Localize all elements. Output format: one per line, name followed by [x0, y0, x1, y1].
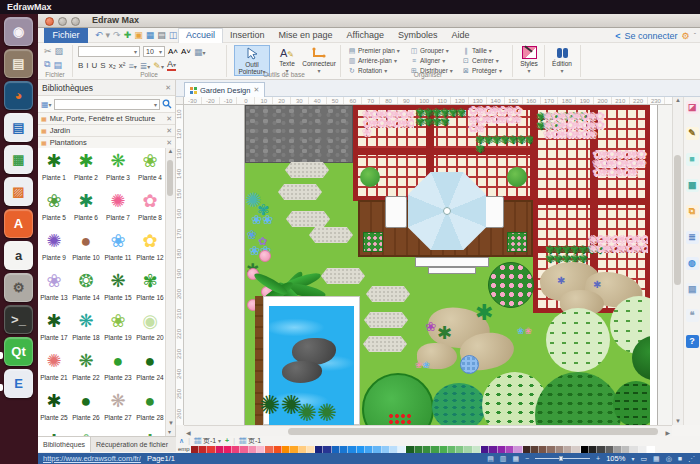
color-swatch[interactable] [216, 446, 224, 453]
plant-shape-item[interactable]: ❋ Plante 18 [70, 308, 102, 348]
view-mode-icon[interactable]: ▤ [487, 455, 494, 463]
color-swatch[interactable] [406, 446, 414, 453]
quick-access-icon[interactable]: ▦ [146, 28, 155, 43]
launcher-app-icon[interactable]: ▤ [4, 113, 33, 142]
color-swatch[interactable] [199, 446, 207, 453]
hydrangea[interactable] [460, 355, 479, 374]
quick-access-icon[interactable]: ◫ [169, 28, 178, 43]
panel-icon[interactable]: ▤ [686, 283, 699, 296]
color-swatch[interactable] [589, 446, 597, 453]
color-swatch[interactable] [265, 446, 273, 453]
close-section-icon[interactable]: ✕ [166, 127, 172, 135]
close-tab-icon[interactable]: ✕ [253, 86, 259, 94]
color-swatch[interactable] [489, 446, 497, 453]
font-style-button[interactable]: S [100, 61, 105, 70]
color-swatch[interactable] [630, 446, 638, 453]
teal-leaf-bush[interactable] [432, 383, 486, 425]
stepping-stone[interactable] [286, 211, 330, 227]
organiser-command[interactable]: ∥ Taille ▾ [462, 46, 510, 55]
panel-icon[interactable]: ■ [686, 153, 699, 166]
color-swatch[interactable] [498, 446, 506, 453]
plant-shape-item[interactable]: ❀ Plante 11 [102, 228, 134, 268]
scroll-up-icon[interactable]: ▲ [166, 148, 175, 154]
color-swatch[interactable] [440, 446, 448, 453]
panel-icon[interactable]: ◍ [686, 257, 699, 270]
launcher-app-icon[interactable]: ⚙ [4, 273, 33, 302]
launcher-app-icon[interactable]: ▦ [4, 145, 33, 174]
launcher-app-icon[interactable]: Qt [4, 337, 33, 366]
collapse-ribbon-icon[interactable]: ˆ [694, 32, 696, 39]
color-swatch[interactable] [340, 446, 348, 453]
organiser-command[interactable]: ◫ Grouper ▾ [410, 46, 462, 55]
font-style-button[interactable]: I [86, 61, 88, 70]
vertical-scrollbar[interactable]: ▲ ▼ [672, 97, 683, 425]
color-swatch[interactable] [373, 446, 381, 453]
color-swatch[interactable] [415, 446, 423, 453]
small-flowers[interactable]: ❀❀ [517, 321, 532, 341]
library-scrollbar[interactable]: ▲ ▼ ▾ [165, 148, 175, 436]
color-swatch[interactable] [464, 446, 472, 453]
leafy-bush-dark[interactable] [613, 381, 650, 425]
cut-icon[interactable]: ✂ [44, 46, 52, 56]
stepping-stone[interactable] [364, 312, 408, 328]
search-input[interactable]: ▾ [54, 99, 160, 110]
color-swatch[interactable] [448, 446, 456, 453]
plant-shape-item[interactable]: ❂ Plante 14 [70, 268, 102, 308]
zoom-out-icon[interactable]: − [525, 455, 529, 462]
highlight-icon[interactable]: ✎▾ [153, 61, 164, 71]
scroll-thumb[interactable] [167, 160, 173, 196]
font-size-select[interactable]: 10▾ [143, 46, 165, 57]
stepping-stone[interactable] [366, 286, 410, 302]
color-swatch[interactable] [539, 446, 547, 453]
scroll-up-icon[interactable]: ▲ [673, 97, 683, 103]
color-swatch[interactable] [456, 446, 464, 453]
plant-shape-item[interactable]: ✾ Plante 16 [134, 268, 166, 308]
close-section-icon[interactable]: ✕ [166, 139, 172, 147]
organiser-command[interactable]: ⊡ Centrer ▾ [462, 56, 510, 65]
color-swatch[interactable] [249, 446, 257, 453]
launcher-app-icon[interactable]: E [4, 369, 33, 398]
horizontal-scrollbar[interactable]: ◀ ▶ [184, 425, 672, 436]
green-spiky-plant[interactable]: ✱ [437, 323, 452, 343]
plant-shape-item[interactable]: ✺ Plante 21 [38, 348, 70, 388]
plant-shape-item[interactable]: ✿ Plante 12 [134, 228, 166, 268]
quick-access-icon[interactable]: ✚ [124, 28, 132, 43]
color-swatch[interactable] [622, 446, 630, 453]
plant-shape-item[interactable]: ● Plante 24 [134, 348, 166, 388]
zoom-knob[interactable] [559, 456, 563, 461]
library-section-mur[interactable]: ▦ Mur, Porte, Fenêtre et Structure✕ [38, 112, 175, 124]
plant-shape-item[interactable]: ✱ Plante 1 [38, 148, 70, 188]
color-swatch[interactable] [423, 446, 431, 453]
color-swatch[interactable] [547, 446, 555, 453]
panel-icon[interactable]: ▦ [686, 179, 699, 192]
launcher-app-icon[interactable]: >_ [4, 305, 33, 334]
color-swatch[interactable] [323, 446, 331, 453]
plant-shape-item[interactable]: ❀ Plante 5 [38, 188, 70, 228]
green-spiky-plant[interactable]: ✱ [475, 303, 493, 323]
organiser-command[interactable]: ▥ Arrière-plan ▾ [348, 56, 410, 65]
panel-icon[interactable]: ? [686, 335, 699, 348]
library-section-plantations[interactable]: ▦ Plantations✕ [38, 136, 175, 148]
color-swatch[interactable] [191, 446, 199, 453]
scroll-thumb[interactable] [674, 155, 681, 285]
add-page-icon[interactable]: + [225, 437, 229, 444]
maximize-button[interactable] [71, 17, 80, 26]
minimize-button[interactable] [58, 17, 67, 26]
launcher-app-icon[interactable]: A [4, 209, 33, 238]
launcher-app-icon[interactable]: ◕ [4, 81, 33, 110]
color-swatch[interactable] [365, 446, 373, 453]
round-bush[interactable] [360, 167, 380, 187]
quick-access-icon[interactable]: ↶ [95, 28, 103, 43]
flower-planter[interactable] [507, 232, 527, 252]
ribbon-tab[interactable]: Aide [444, 28, 476, 43]
zoom-caret-icon[interactable]: ▾ [631, 455, 634, 462]
bullet-list-icon[interactable]: ≡▾ [128, 61, 136, 71]
pink-blossom-vine[interactable]: ✿ ❀ ✿ ❀ ✿ ❀ ✿ ❀ ✿ ❀ ✿ ❀ ✿ ❀ ✿ ❀ ✿ ❀ ✿ ❀ [592, 150, 648, 242]
pink-flower-tree[interactable] [488, 262, 534, 308]
plant-shape-item[interactable]: ✱ Plante 6 [70, 188, 102, 228]
color-swatch[interactable] [506, 446, 514, 453]
status-tool-icon[interactable]: ■ [678, 455, 682, 462]
organiser-command[interactable]: ▤ Premier plan ▾ [348, 46, 410, 55]
scroll-thumb[interactable] [288, 428, 658, 435]
styles-button[interactable]: Styles ▾ [516, 45, 542, 76]
